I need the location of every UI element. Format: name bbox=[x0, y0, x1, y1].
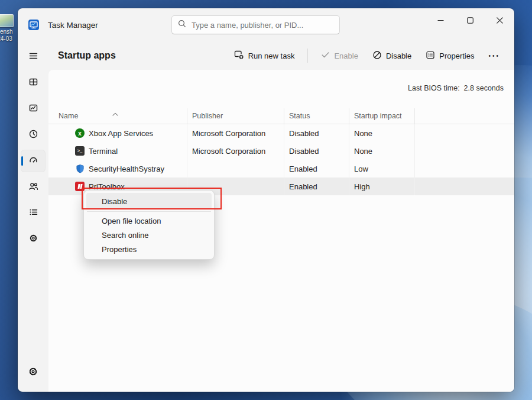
search-box[interactable] bbox=[171, 15, 340, 34]
table-row[interactable]: >_ Terminal Microsoft Corporation Disabl… bbox=[48, 142, 514, 160]
app-status: Enabled bbox=[284, 160, 349, 178]
app-name: Xbox App Services bbox=[89, 129, 153, 138]
table-header: Name Publisher Status Startup impact bbox=[48, 108, 514, 124]
enable-label: Enable bbox=[334, 51, 358, 60]
enable-check-icon bbox=[321, 50, 330, 61]
sidebar-item-details[interactable] bbox=[21, 202, 45, 224]
properties-button[interactable]: Properties bbox=[420, 47, 480, 65]
titlebar: Task Manager bbox=[18, 8, 514, 41]
run-new-task-label: Run new task bbox=[248, 51, 295, 60]
menu-separator bbox=[87, 211, 211, 212]
app-impact: Low bbox=[349, 160, 415, 178]
disable-label: Disable bbox=[386, 51, 411, 60]
startup-apps-icon bbox=[28, 155, 38, 167]
column-header-status[interactable]: Status bbox=[284, 108, 349, 124]
table-row[interactable]: x Xbox App Services Microsoft Corporatio… bbox=[48, 124, 514, 142]
app-name: SecurityHealthSystray bbox=[89, 164, 164, 173]
context-menu-item-disable[interactable]: Disable bbox=[86, 193, 212, 209]
search-icon bbox=[178, 20, 186, 30]
column-header-name[interactable]: Name bbox=[48, 108, 187, 124]
app-publisher: Microsoft Corporation bbox=[187, 124, 284, 142]
properties-icon bbox=[426, 50, 435, 62]
context-menu-item-open-file-location[interactable]: Open file location bbox=[86, 214, 212, 228]
column-header-empty bbox=[415, 108, 514, 124]
minimize-button[interactable] bbox=[426, 8, 455, 32]
maximize-button[interactable] bbox=[455, 8, 485, 32]
settings-gear-icon bbox=[28, 366, 38, 379]
last-bios-time: Last BIOS time: 2.8 seconds bbox=[48, 70, 514, 96]
xbox-app-icon: x bbox=[75, 128, 85, 138]
sort-ascending-icon bbox=[112, 109, 118, 118]
ellipsis-icon: ••• bbox=[488, 53, 500, 59]
prl-toolbox-app-icon bbox=[75, 182, 85, 191]
users-icon bbox=[28, 181, 38, 193]
run-new-task-icon bbox=[234, 50, 244, 62]
run-new-task-button[interactable]: Run new task bbox=[228, 46, 301, 65]
app-history-icon bbox=[28, 129, 38, 141]
app-impact: None bbox=[349, 142, 415, 160]
column-header-publisher[interactable]: Publisher bbox=[187, 108, 284, 124]
context-menu-item-properties[interactable]: Properties bbox=[86, 242, 212, 256]
enable-button[interactable]: Enable bbox=[315, 47, 364, 64]
sidebar-item-startup-apps[interactable] bbox=[21, 150, 45, 172]
sidebar-item-processes[interactable] bbox=[21, 72, 45, 93]
sidebar-item-performance[interactable] bbox=[21, 98, 45, 120]
close-button[interactable] bbox=[485, 8, 514, 32]
sidebar bbox=[18, 41, 48, 392]
more-options-button[interactable]: ••• bbox=[482, 49, 506, 63]
app-status: Enabled bbox=[284, 178, 349, 195]
app-status: Disabled bbox=[284, 142, 349, 160]
processes-icon bbox=[28, 77, 38, 89]
sidebar-item-services[interactable] bbox=[21, 228, 45, 250]
terminal-app-icon: >_ bbox=[75, 146, 85, 156]
menu-toggle-button[interactable] bbox=[21, 46, 45, 67]
app-publisher bbox=[187, 160, 284, 178]
context-menu: Disable Open file location Search online… bbox=[83, 190, 215, 260]
details-icon bbox=[28, 207, 38, 220]
performance-icon bbox=[28, 103, 38, 115]
table-row[interactable]: SecurityHealthSystray Enabled Low bbox=[48, 160, 514, 178]
sidebar-item-app-history[interactable] bbox=[21, 124, 45, 146]
services-gear-icon bbox=[28, 233, 38, 246]
caption-buttons bbox=[426, 8, 514, 32]
app-impact: None bbox=[349, 124, 415, 142]
sidebar-item-users[interactable] bbox=[21, 176, 45, 198]
search-input[interactable] bbox=[192, 21, 333, 30]
task-manager-window: Task Manager bbox=[18, 8, 514, 392]
app-status: Disabled bbox=[284, 124, 349, 142]
hamburger-icon bbox=[28, 51, 38, 63]
page-title: Startup apps bbox=[58, 50, 116, 61]
disable-button[interactable]: Disable bbox=[366, 47, 417, 65]
settings-button[interactable] bbox=[21, 362, 45, 383]
properties-label: Properties bbox=[439, 51, 474, 60]
screenshot-thumbnail bbox=[0, 14, 14, 27]
security-shield-icon bbox=[75, 164, 85, 173]
disable-slash-circle-icon bbox=[372, 50, 382, 62]
context-menu-item-search-online[interactable]: Search online bbox=[86, 228, 212, 242]
app-name: Terminal bbox=[89, 147, 118, 156]
task-manager-app-icon bbox=[28, 19, 40, 31]
app-title: Task Manager bbox=[48, 21, 98, 30]
app-publisher: Microsoft Corporation bbox=[187, 142, 284, 160]
column-header-startup-impact[interactable]: Startup impact bbox=[349, 108, 415, 124]
toolbar: Startup apps Run new task bbox=[48, 41, 514, 70]
app-impact: High bbox=[349, 178, 415, 195]
toolbar-divider bbox=[307, 49, 308, 63]
